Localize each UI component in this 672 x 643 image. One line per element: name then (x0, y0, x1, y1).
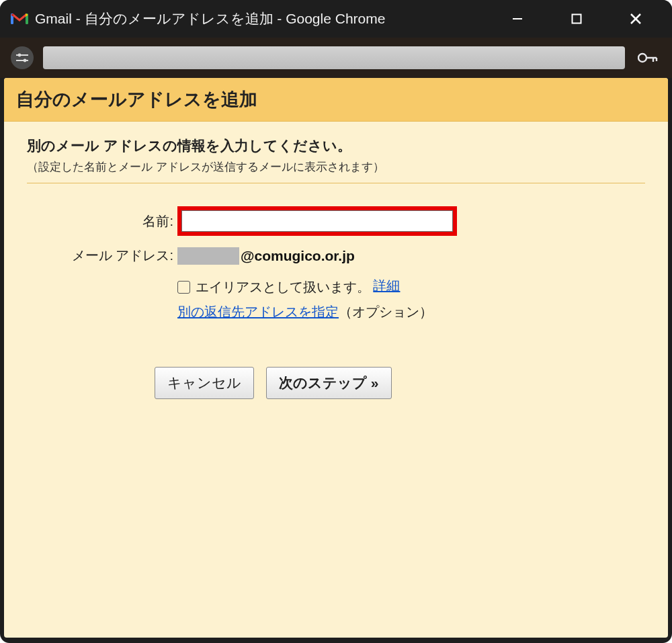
email-label: メール アドレス: (27, 244, 175, 267)
site-settings-icon[interactable] (11, 46, 34, 69)
window-title: Gmail - 自分のメールアドレスを追加 - Google Chrome (35, 9, 385, 28)
svg-rect-3 (573, 15, 581, 24)
chrome-window: Gmail - 自分のメールアドレスを追加 - Google Chrome (0, 0, 672, 643)
password-key-icon[interactable] (634, 44, 661, 71)
alias-detail-link[interactable]: 詳細 (373, 278, 400, 293)
button-row: キャンセル 次のステップ » (27, 367, 645, 399)
titlebar: Gmail - 自分のメールアドレスを追加 - Google Chrome (0, 0, 672, 38)
option-text: （オプション） (339, 304, 433, 319)
minimize-button[interactable] (503, 5, 532, 32)
page-title: 自分のメールアドレスを追加 (16, 87, 656, 112)
svg-point-10 (638, 54, 646, 62)
divider (27, 183, 645, 183)
form: 名前: メール アドレス: @comugico.or.jp (27, 198, 457, 329)
section-heading: 別のメール アドレスの情報を入力してください。 (27, 136, 645, 155)
email-prefix-redacted (177, 247, 239, 265)
name-label: 名前: (27, 204, 175, 239)
alias-checkbox[interactable] (177, 281, 190, 294)
email-domain: @comugico.or.jp (239, 248, 355, 264)
next-step-button[interactable]: 次のステップ » (266, 367, 392, 399)
url-bar (0, 38, 672, 78)
url-field[interactable] (43, 46, 625, 69)
page-header: 自分のメールアドレスを追加 (4, 78, 668, 122)
window-controls (503, 5, 664, 32)
page-content: 自分のメールアドレスを追加 別のメール アドレスの情報を入力してください。 （設… (4, 78, 668, 638)
cancel-button[interactable]: キャンセル (155, 367, 254, 399)
section-subtext: （設定した名前とメール アドレスが送信するメールに表示されます） (27, 159, 645, 175)
maximize-button[interactable] (562, 5, 591, 32)
alias-label: エイリアスとして扱います。 (196, 280, 370, 294)
name-highlight (177, 206, 457, 236)
gmail-icon (11, 12, 28, 26)
alt-reply-link[interactable]: 別の返信先アドレスを指定 (177, 304, 339, 319)
name-input[interactable] (181, 210, 453, 232)
close-button[interactable] (621, 5, 650, 32)
